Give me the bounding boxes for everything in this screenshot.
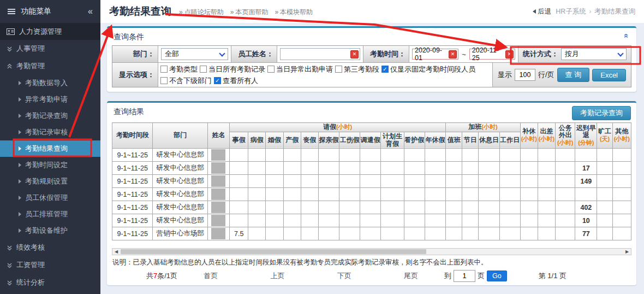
checkbox-icon[interactable] (160, 77, 168, 84)
stat-method-select[interactable]: 按月 (561, 48, 627, 60)
cell-工伤假 (339, 175, 360, 188)
help-link[interactable]: »点睛论坛帮助 (179, 8, 224, 16)
results-table: 考勤时间段部门姓名请假(小时)加班(小时)补休(小时)出差(小时)公务外出(小时… (112, 122, 631, 240)
cell-婚假 (266, 227, 283, 240)
option-仅显示固定考勤时间段人员[interactable]: ✓仅显示固定考勤时间段人员 (381, 64, 475, 74)
option-不含下级部门[interactable]: 不含下级部门 (160, 76, 212, 86)
sidebar-item-考勤数据导入[interactable]: 考勤数据导入 (0, 75, 100, 91)
cell-节日 (462, 149, 479, 162)
sidebar-item-label: 考勤规则设置 (25, 177, 68, 186)
sidebar-item-考勤记录审核[interactable]: 考勤记录审核 (0, 124, 100, 140)
cell-公务外出 (556, 188, 575, 201)
sidebar-collapse-icon[interactable]: « (88, 7, 93, 16)
sidebar-item-异常考勤申请[interactable]: 异常考勤申请 (0, 91, 100, 108)
scroll-left-icon[interactable]: ◀ (112, 249, 120, 255)
cell-探亲假 (318, 188, 339, 201)
sidebar-group-系统管理[interactable]: 系统管理 (0, 291, 100, 294)
menu-icon[interactable] (8, 11, 15, 12)
cell-值班 (446, 162, 462, 175)
pagination-last[interactable]: 尾页 (378, 271, 444, 281)
sidebar-item-考勤结果查询[interactable]: 考勤结果查询 (0, 140, 100, 157)
help-link[interactable]: »本页面帮助 (230, 8, 269, 16)
scroll-right-icon[interactable]: ▶ (623, 249, 631, 255)
horizontal-scrollbar[interactable]: ◀ ▶ (112, 248, 631, 255)
sidebar-group-工资管理[interactable]: 工资管理 (0, 256, 100, 274)
help-link[interactable]: »本模块帮助 (275, 8, 313, 16)
dept-select[interactable]: 全部 (161, 48, 228, 60)
table-row: 9-1~11-25研发中心信息部10 (112, 214, 631, 227)
sidebar-item-考勤设备维护[interactable]: 考勤设备维护 (0, 222, 100, 239)
checkbox-icon[interactable] (335, 66, 342, 73)
option-第三考勤段[interactable]: 第三考勤段 (335, 64, 379, 74)
checkbox-icon[interactable] (200, 66, 207, 73)
breadcrumb-system[interactable]: HR子系统 (556, 8, 586, 15)
cell-调遣假 (360, 188, 381, 201)
cell-工伤假 (339, 188, 360, 201)
cell-值班 (446, 149, 462, 162)
cell-事假 (230, 149, 248, 162)
rows-per-page-input[interactable] (515, 69, 535, 81)
panel-collapse-icon[interactable]: « (622, 33, 631, 38)
option-当日所有考勤记录[interactable]: 当日所有考勤记录 (200, 64, 265, 74)
cell-年休假 (425, 188, 445, 201)
clear-icon[interactable]: ✕ (350, 50, 359, 58)
go-button[interactable]: Go (487, 271, 507, 281)
goto-page-input[interactable] (454, 270, 475, 282)
checkbox-icon[interactable] (267, 66, 275, 73)
cell-迟到早退: 10 (575, 214, 597, 227)
option-查看所有人[interactable]: ✓查看所有人 (214, 76, 258, 86)
cell-迟到早退 (575, 188, 597, 201)
excel-button[interactable]: Excel (592, 69, 626, 81)
option-label: 不含下级部门 (169, 76, 212, 86)
option-当日异常出勤申请[interactable]: 当日异常出勤申请 (267, 64, 333, 74)
scrollbar-thumb[interactable] (121, 249, 426, 254)
table-row: 9-1~11-25营销中心市场部7.577 (112, 227, 631, 240)
checkbox-checked-icon[interactable]: ✓ (381, 66, 389, 73)
idcard-icon (7, 28, 15, 35)
cell-补休 (520, 227, 538, 240)
employee-name-input[interactable]: ✕ (280, 48, 360, 60)
sidebar-item-label: 员工休假管理 (25, 193, 68, 203)
cell-婚假 (266, 188, 283, 201)
sidebar-item-考勤记录查询[interactable]: 考勤记录查询 (0, 108, 100, 124)
column-header-看护假: 看护假 (404, 132, 425, 149)
cell-name (207, 162, 229, 175)
sidebar-item-考勤规则设置[interactable]: 考勤规则设置 (0, 173, 100, 190)
sidebar-item-label: 考勤数据导入 (25, 78, 68, 88)
sidebar-group-考勤管理[interactable]: 考勤管理 (0, 57, 100, 75)
sidebar-item-员工休假管理[interactable]: 员工休假管理 (0, 190, 100, 206)
attendance-record-query-button[interactable]: 考勤记录查询 (572, 106, 631, 120)
cell-公务外出 (556, 175, 575, 188)
checkbox-checked-icon[interactable]: ✓ (214, 77, 221, 84)
cell-工作日 (499, 175, 520, 188)
date-to-input[interactable]: 2020-11-25 ✕ (469, 49, 515, 60)
clear-icon[interactable]: ✕ (505, 50, 514, 58)
sidebar-item-考勤时间设定[interactable]: 考勤时间设定 (0, 157, 100, 173)
query-button[interactable]: 查 询 (557, 68, 590, 82)
option-考勤类型[interactable]: 考勤类型 (160, 64, 198, 74)
checkbox-icon[interactable] (160, 66, 168, 73)
sidebar-item-label: 考勤设备维护 (25, 226, 68, 236)
name-redaction-bar (211, 189, 225, 200)
double-chevron-down-icon (7, 245, 13, 251)
sidebar-group-绩效考核[interactable]: 绩效考核 (0, 239, 100, 256)
clear-icon[interactable]: ✕ (449, 50, 457, 58)
cell-其他 (612, 227, 631, 240)
cell-迟到早退: 402 (575, 201, 597, 214)
date-from-input[interactable]: 2020-09-01 ✕ (412, 49, 458, 60)
pagination-first[interactable]: 首页 (177, 271, 244, 281)
option-label: 第三考勤段 (344, 64, 379, 74)
pagination-prev[interactable]: 上页 (244, 271, 311, 281)
cell-其他 (612, 214, 631, 227)
sidebar-item-label: 员工排班管理 (25, 209, 68, 219)
sidebar-section-hr[interactable]: 人力资源管理 (0, 23, 100, 40)
sidebar-group-统计分析[interactable]: 统计分析 (0, 274, 100, 291)
sidebar-group-人事管理[interactable]: 人事管理 (0, 40, 100, 57)
chevron-down-icon (617, 50, 623, 56)
cell-工伤假 (339, 149, 360, 162)
back-button[interactable]: 后退 (533, 7, 551, 16)
sidebar-item-员工排班管理[interactable]: 员工排班管理 (0, 206, 100, 222)
cell-补休 (520, 214, 538, 227)
column-header-工作日: 工作日 (499, 132, 520, 149)
pagination-next[interactable]: 下页 (311, 271, 378, 281)
